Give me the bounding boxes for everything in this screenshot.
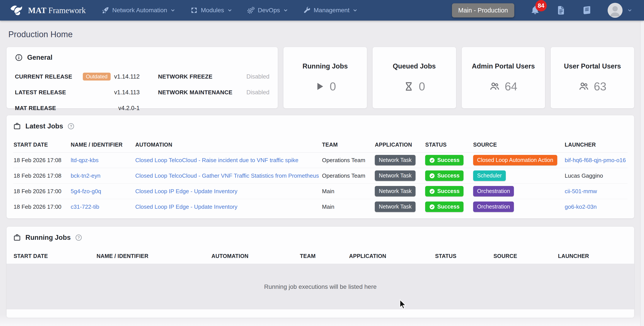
check-circle-icon <box>429 173 435 179</box>
cell-automation: Closed Loop TelcoCloud - Raise incident … <box>135 153 322 168</box>
chevron-down-icon <box>283 7 288 13</box>
stat-value: 63 <box>594 80 606 93</box>
environment-selector-button[interactable]: Main - Production <box>452 3 514 17</box>
rocket-icon <box>102 6 109 14</box>
stat-value: 64 <box>505 80 518 93</box>
cell-launcher: Lucas Gaggino <box>564 168 628 183</box>
cell-start-date: 18 Feb 2026 17:00 <box>13 183 70 199</box>
table-row: 18 Feb 2026 17:08 bck-tn2-eyn Closed Loo… <box>13 168 628 183</box>
col-launcher[interactable]: LAUNCHER <box>558 249 628 264</box>
status-badge: Success <box>425 186 463 196</box>
menu-label: Modules <box>201 7 224 14</box>
field-value: Outdated v1.14.112 <box>83 73 140 81</box>
job-name-link[interactable]: ltd-qpz-kbs <box>71 157 98 163</box>
main-content: Production Home General CURRENT RELEASE … <box>0 30 644 318</box>
col-team[interactable]: TEAM <box>322 138 374 153</box>
stat-title: Queued Jobs <box>393 62 436 70</box>
stat-card-queued-jobs[interactable]: Queued Jobs 0 <box>372 47 456 108</box>
col-start-date[interactable]: START DATE <box>13 249 96 264</box>
cell-name: bck-tn2-eyn <box>70 168 135 183</box>
menu-devops[interactable]: DevOps <box>247 6 288 14</box>
page-scrollbar[interactable] <box>640 20 644 326</box>
notification-count-badge: 84 <box>535 0 547 11</box>
running-jobs-table: START DATE NAME / IDENTIFIER AUTOMATION … <box>13 249 628 264</box>
launcher-link[interactable]: bif-hq6-f68-qjn-pmo-o16 <box>565 157 626 163</box>
col-start-date[interactable]: START DATE <box>13 138 70 153</box>
users-icon <box>489 81 500 92</box>
cell-launcher: go6-ko2-03n <box>564 199 628 215</box>
automation-link[interactable]: Closed Loop TelcoCloud - Gather VNF Traf… <box>135 172 319 179</box>
cell-application: Network Task <box>374 199 425 215</box>
automation-link[interactable]: Closed Loop IP Edge - Update Inventory <box>135 188 237 194</box>
brand-name-regular: Framework <box>48 6 86 15</box>
job-name-link[interactable]: c31-722-tib <box>71 203 99 210</box>
brand[interactable]: MAT Framework <box>10 4 86 16</box>
general-fields: CURRENT RELEASE Outdated v1.14.112 LATES… <box>15 72 270 113</box>
col-team[interactable]: TEAM <box>300 249 348 264</box>
col-application[interactable]: APPLICATION <box>349 249 435 264</box>
file-text-icon[interactable] <box>556 5 566 15</box>
book-icon[interactable] <box>582 5 592 15</box>
job-name-link[interactable]: bck-tn2-eyn <box>71 172 100 179</box>
automation-link[interactable]: Closed Loop IP Edge - Update Inventory <box>135 203 237 210</box>
cell-source: Closed Loop Automation Action <box>473 153 564 168</box>
check-circle-icon <box>429 204 435 210</box>
cell-application: Network Task <box>374 153 425 168</box>
help-icon[interactable]: ? <box>68 123 74 130</box>
stat-card-running-jobs[interactable]: Running Jobs 0 <box>284 47 367 108</box>
cell-start-date: 18 Feb 2026 17:08 <box>13 153 70 168</box>
hourglass-icon <box>404 81 414 92</box>
general-fields-right: NETWORK FREEZE Disabled NETWORK MAINTENA… <box>158 72 270 113</box>
launcher-link[interactable]: cii-501-mmw <box>565 188 597 194</box>
col-launcher[interactable]: LAUNCHER <box>564 138 628 153</box>
running-jobs-card: Running Jobs ? START DATE NAME / IDENTIF… <box>6 227 634 318</box>
field-value: v4.2.0-1 <box>118 105 140 112</box>
menu-network-automation[interactable]: Network Automation <box>102 6 176 14</box>
col-status[interactable]: STATUS <box>425 138 473 153</box>
svg-text:?: ? <box>70 124 72 129</box>
menu-modules[interactable]: Modules <box>190 6 233 14</box>
automation-link[interactable]: Closed Loop TelcoCloud - Raise incident … <box>135 157 298 163</box>
col-status[interactable]: STATUS <box>434 249 493 264</box>
stat-title: User Portal Users <box>564 62 621 70</box>
avatar-placeholder-icon <box>608 3 622 18</box>
help-icon[interactable]: ? <box>75 234 82 241</box>
cell-name: c31-722-tib <box>70 199 135 215</box>
gears-icon <box>247 6 255 14</box>
col-automation[interactable]: AUTOMATION <box>211 249 300 264</box>
table-row: 18 Feb 2026 17:00 5g4-fzo-g0q Closed Loo… <box>13 183 628 199</box>
cell-status: Success <box>425 199 473 215</box>
application-badge: Network Task <box>375 155 416 165</box>
stat-card-admin-portal-users[interactable]: Admin Portal Users 64 <box>462 47 545 108</box>
col-automation[interactable]: AUTOMATION <box>135 138 322 153</box>
info-icon <box>15 54 23 61</box>
general-card: General CURRENT RELEASE Outdated v1.14.1… <box>6 47 278 108</box>
briefcase-icon <box>13 234 21 242</box>
stat-card-user-portal-users[interactable]: User Portal Users 63 <box>551 47 634 108</box>
col-application[interactable]: APPLICATION <box>374 138 425 153</box>
launcher-link[interactable]: go6-ko2-03n <box>565 203 597 210</box>
source-badge: Orchestration <box>473 201 514 212</box>
network-maintenance-value: Disabled <box>246 89 270 96</box>
status-badge: Success <box>425 155 463 165</box>
source-badge: Closed Loop Automation Action <box>473 155 557 165</box>
menu-label: DevOps <box>258 7 280 14</box>
wrench-icon <box>303 6 311 14</box>
job-name-link[interactable]: 5g4-fzo-g0q <box>71 188 101 194</box>
check-circle-icon <box>429 157 435 163</box>
cell-automation: Closed Loop IP Edge - Update Inventory <box>135 183 322 199</box>
stat-value-row: 64 <box>489 80 518 93</box>
col-source[interactable]: SOURCE <box>493 249 558 264</box>
stat-value-row: 63 <box>578 80 606 93</box>
menu-management[interactable]: Management <box>303 6 358 14</box>
stat-value-row: 0 <box>404 80 425 93</box>
cell-status: Success <box>425 183 473 199</box>
application-badge: Network Task <box>375 170 416 181</box>
col-source[interactable]: SOURCE <box>473 138 564 153</box>
col-name-identifier[interactable]: NAME / IDENTIFIER <box>70 138 135 153</box>
notifications-button[interactable]: 84 <box>530 5 540 16</box>
status-label: Success <box>437 188 459 194</box>
user-menu[interactable] <box>608 3 632 18</box>
col-name-identifier[interactable]: NAME / IDENTIFIER <box>96 249 211 264</box>
stat-value-row: 0 <box>314 80 336 93</box>
